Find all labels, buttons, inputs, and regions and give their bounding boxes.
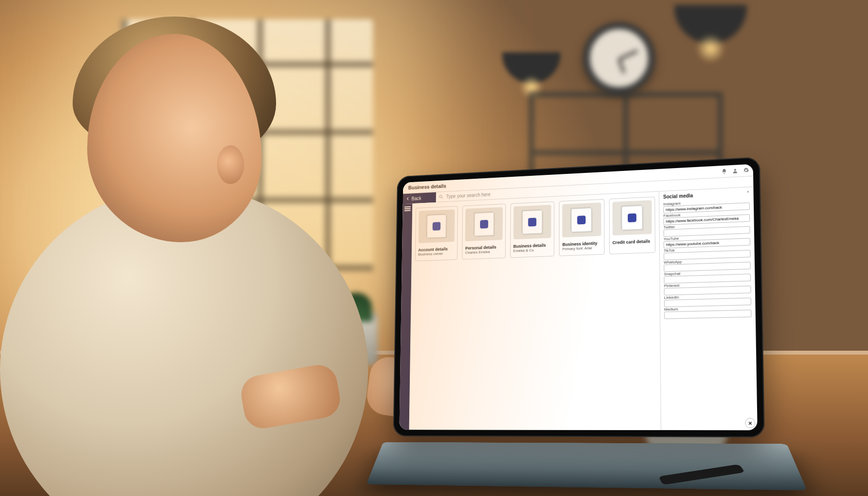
app-ui: Business details Back Type your search h… (399, 164, 757, 431)
side-panel-social: Social media ˄ InstagramFacebookTwitterY… (659, 187, 758, 430)
card-meta: Credit card details (609, 237, 655, 249)
card-personal-details[interactable]: Personal detailsCharles Emeka (462, 203, 506, 260)
laptop: Business details Back Type your search h… (393, 157, 764, 437)
document-icon (522, 210, 542, 234)
card-account-details[interactable]: Account detailsBusiness owner (415, 206, 458, 262)
card-thumb (562, 202, 601, 237)
bell-icon[interactable] (721, 168, 727, 174)
card-subtitle: Business owner (418, 251, 454, 257)
document-icon (474, 212, 494, 236)
card-meta: Account detailsBusiness owner (416, 245, 457, 261)
card-meta: Business detailsEmeka & Co (511, 241, 554, 258)
svg-point-0 (734, 169, 736, 171)
card-title: Credit card details (612, 239, 652, 245)
hamburger-icon (404, 206, 411, 207)
chevron-left-icon (405, 196, 410, 201)
laptop-screen: Business details Back Type your search h… (399, 164, 757, 431)
document-icon (621, 205, 643, 231)
page-title: Business details (406, 183, 446, 191)
search-placeholder: Type your search here (446, 192, 491, 199)
card-thumb (612, 200, 652, 235)
main-content: Account detailsBusiness ownerPersonal de… (409, 192, 661, 430)
panel-fields: InstagramFacebookTwitterYouTubeTikTokWha… (663, 198, 751, 319)
laptop-keyboard (366, 442, 807, 491)
laptop-screen-frame: Business details Back Type your search h… (393, 157, 764, 437)
desk-plant-small (334, 312, 378, 365)
card-thumb (465, 207, 503, 241)
gear-icon[interactable] (743, 167, 749, 173)
card-meta: Personal detailsCharles Emeka (463, 243, 505, 260)
app-body: Account detailsBusiness ownerPersonal de… (399, 187, 757, 430)
field-input-medium[interactable] (664, 310, 751, 319)
card-meta: Business identityPrimary font: Arial (559, 239, 604, 256)
svg-point-1 (439, 195, 442, 198)
card-subtitle: Charles Emeka (465, 249, 502, 256)
document-icon (571, 208, 592, 232)
window-light (121, 19, 373, 271)
search-icon (439, 194, 444, 200)
chevron-up-icon[interactable]: ˄ (747, 190, 749, 195)
panel-heading-text: Social media (663, 193, 693, 200)
card-thumb (418, 209, 455, 243)
close-button[interactable]: ✕ (745, 418, 755, 428)
document-icon (427, 214, 447, 238)
wall-clock (583, 22, 655, 94)
pendant-lamp (674, 5, 747, 44)
card-subtitle: Emeka & Co (513, 248, 551, 254)
card-thumb (513, 205, 551, 239)
cards-row: Account detailsBusiness ownerPersonal de… (415, 197, 655, 262)
field-input-linkedin[interactable] (664, 297, 751, 307)
card-business-identity[interactable]: Business identityPrimary font: Arial (559, 199, 604, 256)
pendant-lamp (502, 52, 560, 83)
card-subtitle: Primary font: Arial (562, 246, 601, 252)
user-icon[interactable] (732, 168, 738, 174)
back-label: Back (412, 196, 421, 201)
card-credit-card-details[interactable]: Credit card details (609, 197, 655, 255)
card-business-details[interactable]: Business detailsEmeka & Co (510, 202, 555, 258)
field-input-twitter[interactable] (664, 226, 750, 237)
field-input-tiktok[interactable] (664, 250, 750, 260)
